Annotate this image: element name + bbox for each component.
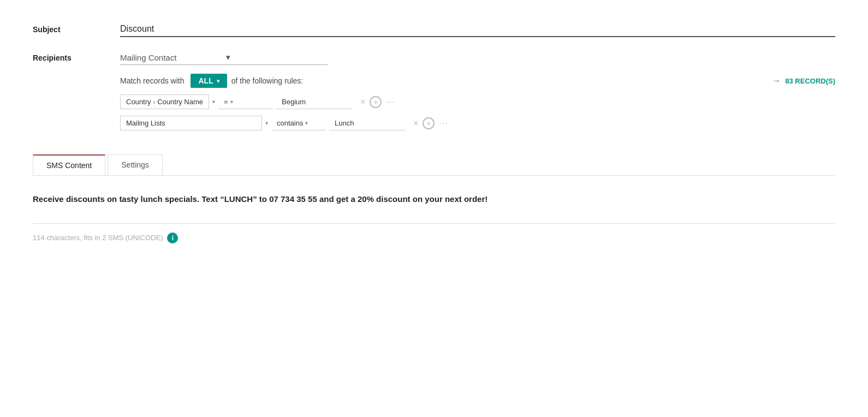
rule-add-icon-1[interactable]: + (370, 96, 382, 108)
recipients-label: Recipients (33, 50, 120, 62)
page-container: Subject Recipients Mailing Contact ▾ Mat… (0, 0, 868, 265)
tab-sms-content[interactable]: SMS Content (33, 154, 105, 175)
tabs-row: SMS Content Settings (33, 154, 835, 176)
chevron-down-icon: ▾ (226, 52, 328, 62)
rule-more-icon-2[interactable]: ··· (439, 118, 448, 128)
rule-value-1[interactable]: Begium (276, 95, 353, 109)
match-text-pre: Match records with (120, 76, 184, 85)
subject-input[interactable] (120, 22, 835, 37)
all-button-label: ALL (198, 76, 213, 85)
operator-dropdown-arrow-1: ▾ (212, 99, 215, 105)
sms-meta: 114 characters, fits in 2 SMS (UNICODE) … (33, 233, 835, 243)
all-dropdown-icon: ▾ (217, 78, 219, 84)
rule-operator-1[interactable]: = ▾ (218, 95, 273, 109)
rule-delete-icon-2[interactable]: × (413, 118, 418, 128)
rule-add-icon-2[interactable]: + (423, 117, 435, 129)
rule-actions-1: × + ··· (360, 96, 395, 108)
subject-label: Subject (33, 22, 120, 34)
rule-operator-2-text: contains (277, 119, 303, 127)
records-count: 83 RECORD(S) (785, 77, 835, 85)
rule-field-country-text: Country (126, 98, 151, 106)
operator-dropdown-arrow-2: ▾ (265, 120, 268, 126)
rule-field-country-name-text: Country Name (157, 98, 203, 106)
rule-value-2[interactable]: Lunch (329, 116, 406, 130)
chevron-right-icon-1: › (153, 99, 156, 105)
rule-value-1-text: Begium (282, 98, 306, 106)
recipients-dropdown-value: Mailing Contact (120, 53, 222, 62)
sms-message: Receive discounts on tasty lunch special… (33, 193, 835, 206)
sms-char-count: 114 characters, fits in 2 SMS (UNICODE) (33, 234, 163, 242)
rule-field-mailing-lists[interactable]: Mailing Lists (120, 116, 262, 130)
recipients-dropdown[interactable]: Mailing Contact ▾ (120, 50, 328, 65)
recipients-content: Mailing Contact ▾ Match records with ALL… (120, 50, 835, 137)
subject-row: Subject (33, 22, 835, 37)
rule-operator-1-text: = (224, 98, 228, 106)
all-button[interactable]: ALL ▾ (191, 74, 227, 88)
rule-actions-2: × + ··· (413, 117, 448, 129)
operator-dropdown-icon-1: ▾ (230, 99, 233, 105)
rule-row-1: Country › Country Name ▾ = ▾ Begium × (120, 94, 835, 109)
rule-row-2: Mailing Lists ▾ contains ▾ Lunch × + (120, 116, 835, 130)
tab-settings[interactable]: Settings (108, 154, 163, 175)
rule-operator-2[interactable]: contains ▾ (271, 116, 326, 130)
sms-divider (33, 223, 835, 224)
recipients-row: Recipients Mailing Contact ▾ Match recor… (33, 50, 835, 137)
rule-more-icon-1[interactable]: ··· (386, 97, 395, 107)
rule-field-country[interactable]: Country › Country Name (120, 94, 209, 109)
subject-content (120, 22, 835, 37)
rule-field-mailing-lists-text: Mailing Lists (126, 119, 165, 127)
rules-section: Match records with ALL ▾ of the followin… (120, 74, 835, 130)
sms-content-area: Receive discounts on tasty lunch special… (33, 176, 835, 243)
match-text-post: of the following rules: (231, 76, 304, 85)
arrow-right-icon: → (772, 76, 781, 86)
rule-value-2-text: Lunch (335, 119, 354, 127)
records-link[interactable]: → 83 RECORD(S) (772, 76, 835, 86)
operator-dropdown-icon-2: ▾ (305, 120, 308, 126)
rule-delete-icon-1[interactable]: × (360, 97, 365, 107)
info-icon[interactable]: i (167, 233, 178, 243)
match-row: Match records with ALL ▾ of the followin… (120, 74, 835, 88)
